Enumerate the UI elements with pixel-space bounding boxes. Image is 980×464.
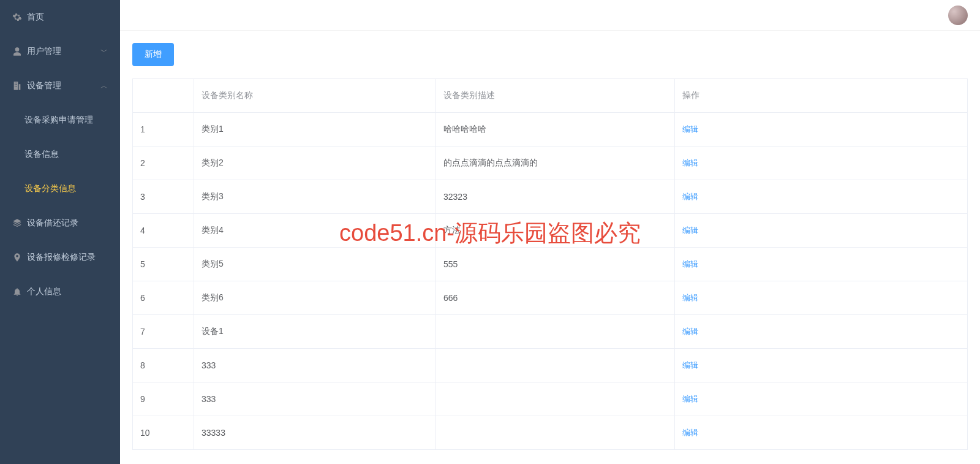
cell-index: 10 — [133, 416, 194, 450]
edit-link[interactable]: 编辑 — [682, 394, 698, 403]
sidebar: 首页用户管理﹀设备管理︿设备采购申请管理设备信息设备分类信息设备借还记录设备报修… — [0, 0, 120, 464]
cell-index: 4 — [133, 214, 194, 248]
cell-index: 5 — [133, 248, 194, 281]
cell-name: 类别6 — [194, 281, 436, 315]
cell-name: 设备1 — [194, 315, 436, 349]
col-name-header: 设备类别名称 — [194, 79, 436, 113]
edit-link[interactable]: 编辑 — [682, 158, 698, 167]
edit-link[interactable]: 编辑 — [682, 428, 698, 437]
cell-name: 333 — [194, 382, 436, 416]
sidebar-item-4[interactable]: 设备信息 — [0, 137, 120, 172]
table-row: 3类别332323编辑 — [133, 180, 968, 214]
chevron-down-icon: ﹀ — [100, 47, 108, 57]
cell-name: 类别5 — [194, 248, 436, 281]
sidebar-item-label: 设备分类信息 — [24, 183, 108, 194]
cell-index: 3 — [133, 180, 194, 214]
sidebar-item-1[interactable]: 用户管理﹀ — [0, 34, 120, 69]
cell-name: 类别1 — [194, 113, 436, 146]
col-desc-header: 设备类别描述 — [436, 79, 675, 113]
cell-index: 1 — [133, 113, 194, 146]
sidebar-item-5[interactable]: 设备分类信息 — [0, 172, 120, 206]
cell-name: 类别2 — [194, 146, 436, 180]
table-row: 6类别6666编辑 — [133, 281, 968, 315]
bell-icon — [12, 287, 27, 297]
table-row: 9333编辑 — [133, 382, 968, 416]
edit-link[interactable]: 编辑 — [682, 293, 698, 302]
location-icon — [12, 253, 27, 262]
cell-desc: 方法 — [436, 214, 675, 248]
cell-desc — [436, 349, 675, 382]
cell-desc — [436, 416, 675, 450]
table-row: 1033333编辑 — [133, 416, 968, 450]
edit-link[interactable]: 编辑 — [682, 192, 698, 201]
cell-desc: 666 — [436, 281, 675, 315]
cell-index: 2 — [133, 146, 194, 180]
edit-link[interactable]: 编辑 — [682, 226, 698, 235]
avatar[interactable] — [948, 6, 968, 25]
sidebar-item-2[interactable]: 设备管理︿ — [0, 69, 120, 103]
chevron-up-icon: ︿ — [100, 81, 108, 91]
sidebar-item-label: 设备报修检修记录 — [27, 252, 108, 263]
cell-name: 33333 — [194, 416, 436, 450]
gear-icon — [12, 12, 27, 22]
sidebar-item-8[interactable]: 个人信息 — [0, 275, 120, 309]
edit-link[interactable]: 编辑 — [682, 360, 698, 370]
category-table: 设备类别名称 设备类别描述 操作 1类别1哈哈哈哈哈编辑2类别2的点点滴滴的点点… — [132, 78, 968, 450]
table-row: 7设备1编辑 — [133, 315, 968, 349]
sidebar-item-0[interactable]: 首页 — [0, 0, 120, 34]
cell-desc: 32323 — [436, 180, 675, 214]
building-icon — [12, 81, 27, 91]
sidebar-item-7[interactable]: 设备报修检修记录 — [0, 240, 120, 275]
add-button[interactable]: 新增 — [132, 43, 174, 66]
cell-desc — [436, 315, 675, 349]
table-row: 4类别4方法编辑 — [133, 214, 968, 248]
edit-link[interactable]: 编辑 — [682, 327, 698, 336]
cell-index: 7 — [133, 315, 194, 349]
col-index-header — [133, 79, 194, 113]
col-action-header: 操作 — [675, 79, 968, 113]
sidebar-item-label: 设备管理 — [27, 80, 100, 91]
sidebar-item-3[interactable]: 设备采购申请管理 — [0, 103, 120, 137]
table-row: 5类别5555编辑 — [133, 248, 968, 281]
sidebar-item-label: 首页 — [27, 12, 108, 23]
sidebar-item-label: 设备信息 — [24, 149, 108, 160]
header — [120, 0, 980, 31]
table-row: 2类别2的点点滴滴的点点滴滴的编辑 — [133, 146, 968, 180]
cell-desc: 的点点滴滴的点点滴滴的 — [436, 146, 675, 180]
cell-index: 8 — [133, 349, 194, 382]
edit-link[interactable]: 编辑 — [682, 259, 698, 268]
cell-name: 333 — [194, 349, 436, 382]
sidebar-item-6[interactable]: 设备借还记录 — [0, 206, 120, 240]
cell-desc — [436, 382, 675, 416]
cell-desc: 哈哈哈哈哈 — [436, 113, 675, 146]
table-row: 1类别1哈哈哈哈哈编辑 — [133, 113, 968, 146]
user-icon — [12, 47, 27, 56]
layers-icon — [12, 218, 27, 228]
cell-desc: 555 — [436, 248, 675, 281]
sidebar-item-label: 设备采购申请管理 — [24, 115, 108, 126]
sidebar-item-label: 个人信息 — [27, 286, 108, 297]
cell-index: 6 — [133, 281, 194, 315]
cell-name: 类别3 — [194, 180, 436, 214]
sidebar-item-label: 用户管理 — [27, 46, 100, 57]
cell-name: 类别4 — [194, 214, 436, 248]
table-row: 8333编辑 — [133, 349, 968, 382]
sidebar-item-label: 设备借还记录 — [27, 218, 108, 229]
edit-link[interactable]: 编辑 — [682, 124, 698, 134]
cell-index: 9 — [133, 382, 194, 416]
